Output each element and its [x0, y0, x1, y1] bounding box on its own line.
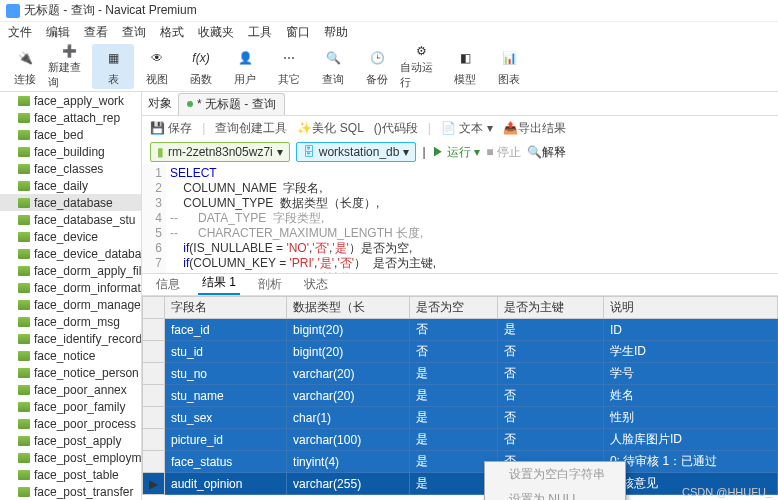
column-header[interactable]: 数据类型（长: [287, 297, 410, 319]
tree-item-face_post_apply[interactable]: face_post_apply: [0, 432, 141, 449]
tree-item-face_daily[interactable]: face_daily: [0, 177, 141, 194]
toolbar-plug-button[interactable]: 🔌连接: [4, 44, 46, 89]
toolbar-backup-button[interactable]: 🕒备份: [356, 44, 398, 89]
table-row[interactable]: stu_novarchar(20)是否学号: [143, 363, 778, 385]
connection-selector[interactable]: ▮rm-2zetn83n05wz7i▾: [150, 142, 290, 162]
table-row[interactable]: face_statustinyint(4)是否0: 待审核 1：已通过: [143, 451, 778, 473]
column-header[interactable]: 是否为主键: [498, 297, 604, 319]
toolbar-other-button[interactable]: ⋯其它: [268, 44, 310, 89]
toolbar-auto-button[interactable]: ⚙自动运行: [400, 44, 442, 89]
tree-item-face_dorm_apply_file[interactable]: face_dorm_apply_file: [0, 262, 141, 279]
toolbar-chart-button[interactable]: 📊图表: [488, 44, 530, 89]
table-row[interactable]: face_idbigint(20)否是ID: [143, 319, 778, 341]
tab-info[interactable]: 信息: [152, 274, 184, 295]
table-icon: [18, 181, 30, 191]
table-icon: [18, 147, 30, 157]
toolbar-model-button[interactable]: ◧模型: [444, 44, 486, 89]
tree-item-face_notice[interactable]: face_notice: [0, 347, 141, 364]
menu-窗口[interactable]: 窗口: [286, 24, 310, 41]
tree-item-face_device[interactable]: face_device: [0, 228, 141, 245]
plus-icon: ➕: [57, 44, 81, 58]
toolbar-view-button[interactable]: 👁视图: [136, 44, 178, 89]
toolbar-table-button[interactable]: ▦表: [92, 44, 134, 89]
row-indicator: [143, 341, 165, 363]
menu-工具[interactable]: 工具: [248, 24, 272, 41]
tree-item-face_bed[interactable]: face_bed: [0, 126, 141, 143]
tree-item-face_poor_family[interactable]: face_poor_family: [0, 398, 141, 415]
column-header[interactable]: 是否为空: [410, 297, 498, 319]
toolbar-query-button[interactable]: 🔍查询: [312, 44, 354, 89]
tree-item-face_database[interactable]: face_database: [0, 194, 141, 211]
column-header[interactable]: 字段名: [165, 297, 287, 319]
tree-item-face_dorm_information[interactable]: face_dorm_information: [0, 279, 141, 296]
database-selector[interactable]: 🗄workstation_db▾: [296, 142, 417, 162]
tab-status[interactable]: 状态: [300, 274, 332, 295]
window-title: 无标题 - 查询 - Navicat Premium: [24, 2, 197, 19]
dirty-indicator-icon: [187, 101, 193, 107]
code-snippet-button[interactable]: ()代码段: [374, 120, 418, 137]
result-grid[interactable]: 字段名数据类型（长是否为空是否为主键说明face_idbigint(20)否是I…: [142, 296, 778, 500]
table-row[interactable]: picture_idvarchar(100)是否人脸库图片ID: [143, 429, 778, 451]
tree-item-face_building[interactable]: face_building: [0, 143, 141, 160]
tree-item-face_dorm_manager[interactable]: face_dorm_manager: [0, 296, 141, 313]
tree-item-face_notice_person[interactable]: face_notice_person: [0, 364, 141, 381]
plug-icon: 🔌: [13, 46, 37, 70]
table-icon: [18, 300, 30, 310]
table-row[interactable]: stu_namevarchar(20)是否姓名: [143, 385, 778, 407]
tab-profile[interactable]: 剖析: [254, 274, 286, 295]
toolbar-fx-button[interactable]: f(x)函数: [180, 44, 222, 89]
menu-set-blank[interactable]: 设置为空白字符串: [485, 462, 625, 487]
tree-item-face_identify_record[interactable]: face_identify_record: [0, 330, 141, 347]
table-row[interactable]: stu_idbigint(20)否否学生ID: [143, 341, 778, 363]
beautify-button[interactable]: ✨美化 SQL: [297, 120, 363, 137]
tab-result[interactable]: 结果 1: [198, 272, 240, 295]
code-area[interactable]: SELECT COLUMN_NAME 字段名, COLUMN_TYPE 数据类型…: [166, 164, 778, 273]
table-icon: ▦: [101, 46, 125, 70]
tree-item-face_classes[interactable]: face_classes: [0, 160, 141, 177]
menu-编辑[interactable]: 编辑: [46, 24, 70, 41]
object-tree[interactable]: face_apply_workface_attach_repface_bedfa…: [0, 92, 142, 500]
tree-item-face_database_stu[interactable]: face_database_stu: [0, 211, 141, 228]
save-button[interactable]: 💾 保存: [150, 120, 192, 137]
export-button[interactable]: 📤导出结果: [503, 120, 566, 137]
tree-item-face_dorm_msg[interactable]: face_dorm_msg: [0, 313, 141, 330]
stop-button: ■ 停止: [486, 144, 521, 161]
menu-收藏夹[interactable]: 收藏夹: [198, 24, 234, 41]
tree-item-face_post_transfer[interactable]: face_post_transfer: [0, 483, 141, 500]
app-icon: [6, 4, 20, 18]
menu-bar: 文件编辑查看查询格式收藏夹工具窗口帮助: [0, 22, 778, 42]
table-icon: [18, 266, 30, 276]
row-indicator: [143, 363, 165, 385]
tab-objects[interactable]: 对象: [148, 95, 172, 112]
query-icon: 🔍: [321, 46, 345, 70]
tree-item-face_post_table[interactable]: face_post_table: [0, 466, 141, 483]
table-icon: [18, 113, 30, 123]
menu-查询[interactable]: 查询: [122, 24, 146, 41]
tree-item-face_poor_process[interactable]: face_poor_process: [0, 415, 141, 432]
row-indicator: [143, 451, 165, 473]
column-header[interactable]: 说明: [603, 297, 777, 319]
run-button[interactable]: ▶ 运行 ▾: [432, 144, 481, 161]
tree-item-face_device_database[interactable]: face_device_database: [0, 245, 141, 262]
table-row[interactable]: stu_sexchar(1)是否性别: [143, 407, 778, 429]
menu-查看[interactable]: 查看: [84, 24, 108, 41]
tree-item-face_poor_annex[interactable]: face_poor_annex: [0, 381, 141, 398]
tree-item-face_attach_rep[interactable]: face_attach_rep: [0, 109, 141, 126]
explain-button[interactable]: 🔍解释: [527, 144, 566, 161]
menu-格式[interactable]: 格式: [160, 24, 184, 41]
result-tabs: 信息 结果 1 剖析 状态: [142, 274, 778, 296]
menu-帮助[interactable]: 帮助: [324, 24, 348, 41]
sql-editor[interactable]: 123456789 SELECT COLUMN_NAME 字段名, COLUMN…: [142, 164, 778, 274]
text-button[interactable]: 📄 文本 ▾: [441, 120, 493, 137]
tab-query-active[interactable]: * 无标题 - 查询: [178, 93, 285, 115]
menu-文件[interactable]: 文件: [8, 24, 32, 41]
main-toolbar: 🔌连接➕新建查询▦表👁视图f(x)函数👤用户⋯其它🔍查询🕒备份⚙自动运行◧模型📊…: [0, 42, 778, 92]
context-menu[interactable]: 设置为空白字符串 设置为 NULL 删除记录 复制 复制为 Insert 语句 …: [484, 461, 626, 500]
tree-item-face_apply_work[interactable]: face_apply_work: [0, 92, 141, 109]
toolbar-user-button[interactable]: 👤用户: [224, 44, 266, 89]
query-builder-button[interactable]: 查询创建工具: [215, 120, 287, 137]
tree-item-face_post_employmen[interactable]: face_post_employmen: [0, 449, 141, 466]
toolbar-plus-button[interactable]: ➕新建查询: [48, 44, 90, 89]
backup-icon: 🕒: [365, 46, 389, 70]
menu-set-null[interactable]: 设置为 NULL: [485, 487, 625, 500]
